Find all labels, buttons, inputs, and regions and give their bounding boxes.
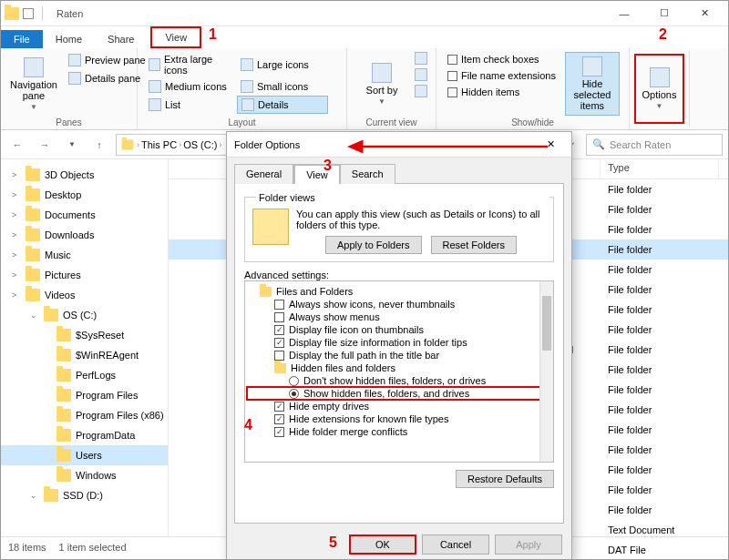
annotation-2: 2 xyxy=(659,26,667,43)
sidebar-item[interactable]: >Desktop xyxy=(1,185,168,205)
history-button[interactable]: ▼ xyxy=(61,134,83,156)
tab-view[interactable]: View xyxy=(150,26,201,48)
preview-pane-button[interactable]: Preview pane xyxy=(65,52,149,68)
sidebar-item[interactable]: >Pictures xyxy=(1,265,168,285)
up-button[interactable]: ↑ xyxy=(88,134,110,156)
restore-defaults-button[interactable]: Restore Defaults xyxy=(456,470,554,488)
sidebar-item[interactable]: Users xyxy=(1,445,168,465)
maximize-button[interactable]: ☐ xyxy=(644,1,684,26)
sidebar-item[interactable]: PerfLogs xyxy=(1,365,168,385)
sidebar-item[interactable]: Windows xyxy=(1,465,168,485)
sidebar-item[interactable]: $SysReset xyxy=(1,325,168,345)
adv-setting[interactable]: Always show icons, never thumbnails xyxy=(247,298,551,311)
tab-share[interactable]: Share xyxy=(95,30,147,48)
window-title: Raten xyxy=(56,8,83,19)
size-icon[interactable] xyxy=(415,85,427,97)
layout-details[interactable]: Details xyxy=(237,96,328,114)
adv-setting[interactable]: Files and Folders xyxy=(247,285,551,298)
cancel-button[interactable]: Cancel xyxy=(422,535,489,555)
panes-group-label: Panes xyxy=(8,117,129,127)
advanced-settings-list[interactable]: Files and FoldersAlways show icons, neve… xyxy=(244,280,554,463)
scrollbar[interactable] xyxy=(539,281,553,462)
apply-to-folders-button[interactable]: Apply to Folders xyxy=(325,236,421,254)
folder-icon xyxy=(56,329,71,341)
minimize-button[interactable]: — xyxy=(604,1,644,26)
adv-setting[interactable]: ✓Hide extensions for known file types xyxy=(247,412,551,425)
apply-button[interactable]: Apply xyxy=(495,535,562,555)
sidebar-item[interactable]: >Downloads xyxy=(1,225,168,245)
options-button[interactable]: Options ▼ xyxy=(638,57,681,120)
folder-icon xyxy=(56,469,71,482)
sidebar-item[interactable]: $WinREAgent xyxy=(1,345,168,365)
navigation-pane-button[interactable]: Navigation pane ▼ xyxy=(8,52,59,116)
close-button[interactable]: ✕ xyxy=(684,1,724,26)
ribbon: Navigation pane ▼ Preview pane Details p… xyxy=(1,48,728,130)
adv-setting[interactable]: Always show menus xyxy=(247,311,551,323)
folder-icon xyxy=(26,168,40,181)
sidebar-item[interactable]: ProgramData xyxy=(1,425,168,445)
adv-setting[interactable]: ✓Hide folder merge conflicts xyxy=(247,425,551,438)
showhide-label: Show/hide xyxy=(444,117,621,127)
adv-setting[interactable]: Don't show hidden files, folders, or dri… xyxy=(247,374,551,387)
options-icon xyxy=(650,67,670,87)
forward-button[interactable]: → xyxy=(34,134,56,156)
preview-pane-icon xyxy=(68,54,81,66)
sidebar-item[interactable]: >3D Objects xyxy=(1,165,168,185)
addcol-icon[interactable] xyxy=(415,52,427,65)
qat-icon[interactable] xyxy=(23,8,34,19)
adv-setting[interactable]: ✓Display file size information in folder… xyxy=(247,336,551,349)
hide-selected-items-button[interactable]: Hide selected items xyxy=(565,52,620,116)
item-check-boxes[interactable]: Item check boxes xyxy=(444,52,560,66)
checkbox-icon xyxy=(447,55,457,65)
sidebar-item[interactable]: >Music xyxy=(1,245,168,265)
back-button[interactable]: ← xyxy=(6,134,28,156)
sort-by-button[interactable]: Sort by ▼ xyxy=(354,52,409,116)
hide-sel-label: Hide selected items xyxy=(568,78,617,111)
sidebar-item[interactable]: >Documents xyxy=(1,205,168,225)
checkbox-icon xyxy=(274,312,284,322)
status-count: 18 items xyxy=(8,542,46,553)
folder-icon xyxy=(56,409,71,422)
annotation-3: 3 xyxy=(323,158,332,174)
search-input[interactable]: 🔍 Search Raten xyxy=(586,134,723,156)
adv-setting[interactable]: Display the full path in the title bar xyxy=(247,349,551,361)
tab-home[interactable]: Home xyxy=(43,30,95,48)
breadcrumb-thispc[interactable]: This PC xyxy=(141,139,177,150)
sidebar-item[interactable]: ⌄OS (C:) xyxy=(1,305,168,325)
folder-views-desc: You can apply this view (such as Details… xyxy=(296,209,546,230)
layout-medium[interactable]: Medium icons xyxy=(145,78,236,95)
layout-small[interactable]: Small icons xyxy=(237,78,328,95)
file-name-extensions[interactable]: File name extensions xyxy=(444,68,560,83)
sidebar-item[interactable]: ⌄SSD (D:) xyxy=(1,485,168,505)
hidden-items[interactable]: Hidden items xyxy=(444,85,560,99)
sidebar-item[interactable]: Program Files xyxy=(1,385,168,405)
checkbox-icon xyxy=(274,300,284,310)
folder-icon xyxy=(274,363,286,373)
details-pane-button[interactable]: Details pane xyxy=(65,70,149,87)
folder-options-dialog: Folder Options ✕ General View Search Fol… xyxy=(226,131,572,560)
dlg-tab-general[interactable]: General xyxy=(234,164,293,184)
adv-setting[interactable]: Show hidden files, folders, and drives xyxy=(247,387,551,400)
group-icon[interactable] xyxy=(415,68,427,81)
sidebar-item[interactable]: >Videos xyxy=(1,285,168,305)
dlg-tab-view[interactable]: View xyxy=(293,164,341,184)
col-type[interactable]: Type xyxy=(601,159,719,178)
radio-icon xyxy=(289,376,299,386)
adv-setting[interactable]: ✓Hide empty drives xyxy=(247,400,551,412)
breadcrumb-drive[interactable]: OS (C:) xyxy=(183,139,217,150)
nav-pane-icon xyxy=(24,57,44,77)
layout-list[interactable]: List xyxy=(145,96,236,114)
sidebar-item[interactable]: Program Files (x86) xyxy=(1,405,168,425)
sidebar: >3D Objects>Desktop>Documents>Downloads>… xyxy=(1,159,169,536)
tab-file[interactable]: File xyxy=(1,30,43,48)
sm-icon xyxy=(241,80,253,93)
folder-icon xyxy=(122,139,134,149)
ok-button[interactable]: OK xyxy=(349,535,416,555)
dlg-tab-search[interactable]: Search xyxy=(341,164,395,184)
reset-folders-button[interactable]: Reset Folders xyxy=(431,236,517,254)
layout-large[interactable]: Large icons xyxy=(237,52,328,77)
adv-setting[interactable]: Hidden files and folders xyxy=(247,361,551,374)
checkbox-icon xyxy=(274,351,284,361)
adv-setting[interactable]: ✓Display file icon on thumbnails xyxy=(247,323,551,336)
layout-extra-large[interactable]: Extra large icons xyxy=(145,52,236,77)
